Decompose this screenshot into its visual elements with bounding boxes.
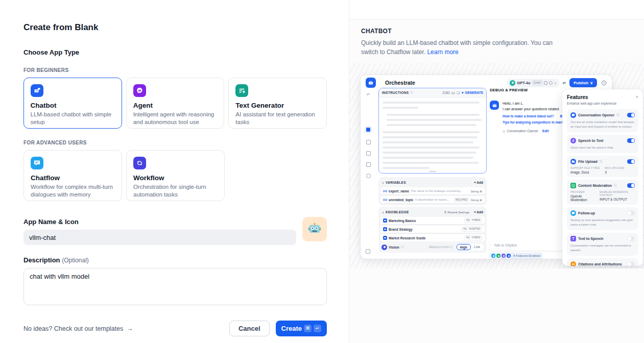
create-from-blank-pane: Create from Blank Choose App Type FOR BE… (0, 0, 349, 343)
templates-link[interactable]: No ideas? Check out our templates → (23, 325, 133, 332)
toggle-on (627, 138, 635, 143)
preview-publish-button: Publish∨ (569, 78, 597, 87)
resize-grip (429, 171, 436, 172)
retrieval-tag: HQ · INVERTED (462, 227, 482, 232)
opener-edit-link: Edit (542, 129, 548, 133)
card-desc: Workflow for complex multi-turn dialogue… (31, 183, 115, 199)
app-type-info-pane: CHATBOT Quickly build an LLM-based chatb… (349, 0, 644, 343)
add-knowledge-button: + Add (474, 210, 483, 214)
feature-speech-to-text: Speech to Text Voice input can be used i… (567, 135, 638, 153)
card-desc: Intelligent agent with reasoning and aut… (133, 111, 218, 126)
variables-title: VARIABLES (386, 181, 406, 184)
variables-icon: {x} (451, 91, 455, 94)
moderation-chip-icon (496, 254, 500, 258)
toggle-off (627, 236, 635, 241)
description-textarea[interactable]: chat with vllm model (23, 268, 327, 305)
chatbot-icon (31, 84, 43, 97)
toggle-on (627, 183, 635, 188)
copy-icon: ❏ (457, 91, 460, 95)
preview-instructions-panel: INSTRUCTIONS ⓘ 2182 {x} ❏ ✦ GENERATE (378, 88, 487, 174)
card-desc: LLM-based chatbot with simple setup (31, 111, 115, 126)
info-icon: ⓘ (410, 91, 413, 94)
description-label: Description (Optional) (23, 256, 327, 264)
toggle-off (627, 262, 635, 266)
app-name-section: App Name & Icon (23, 218, 327, 245)
app-type-card-chatflow[interactable]: Chatflow Workflow for complex multi-turn… (23, 150, 122, 201)
app-icon-picker[interactable] (302, 217, 327, 241)
app-type-card-text-generator[interactable]: Text Generator AI assistant for text gen… (228, 78, 327, 129)
app-type-card-agent[interactable]: Agent Intelligent agent with reasoning a… (126, 78, 225, 129)
create-button[interactable]: Create⌘↵ (276, 321, 327, 336)
variable-icon: {x} (383, 189, 387, 192)
collapse-caret-icon: ∨ (382, 181, 384, 184)
chatflow-icon (31, 157, 43, 169)
char-count: 2182 (442, 91, 449, 94)
sidebar-image-icon (366, 140, 371, 144)
follow-up-icon (570, 210, 576, 216)
card-title: Agent (133, 102, 218, 109)
card-desc: AI assistant for text generation tasks (235, 111, 320, 126)
for-advanced-users-label: FOR ADVANCED USERS (23, 140, 327, 145)
retrieval-tag: HQ · HYBRID (464, 235, 482, 240)
rerank-settings-button: ⇅ Rerank Settings (444, 210, 469, 214)
info-icon: ⓘ (616, 113, 619, 117)
chevron-down-icon: ∨ (554, 81, 556, 85)
text-to-speech-icon (570, 236, 576, 241)
card-title: Text Generator (235, 102, 320, 109)
sidebar-note-icon (366, 162, 371, 167)
variable-row: {x} expert_name The name of the strategi… (380, 187, 485, 194)
knowledge-doc-icon (383, 227, 387, 231)
app-name-input[interactable] (23, 230, 296, 245)
toggle-on (627, 113, 635, 117)
card-title: Workflow (133, 174, 218, 182)
opener-chip-icon (491, 254, 495, 258)
agent-icon (133, 84, 146, 97)
model-mode-tag: CHAT (532, 80, 543, 85)
card-desc: Orchestration for single-turn automation… (133, 183, 218, 199)
feature-text-to-speech: Text to Speech Conversation messages can… (567, 233, 638, 256)
text-generator-icon (235, 84, 248, 97)
chatbot-info: CHATBOT Quickly build an LLM-based chatb… (349, 19, 644, 57)
optional-hint: (Optional) (62, 257, 89, 264)
features-title: Features (567, 94, 588, 100)
sidebar-orchestrate-icon (365, 126, 372, 133)
feature-follow-up: Follow-up Setting up next questions sugg… (567, 207, 638, 230)
file-upload-icon (570, 159, 576, 164)
knowledge-doc-icon (383, 218, 387, 223)
app-type-card-chatbot[interactable]: Chatbot LLM-based chatbot with simple se… (23, 78, 122, 129)
collapse-caret-icon: ∨ (382, 211, 384, 214)
bot-avatar (490, 101, 499, 110)
generate-button: ✦ GENERATE (461, 91, 483, 95)
debug-title: DEBUG & PREVIEW (490, 88, 575, 92)
retrieval-tag: HQ · HYBRID (464, 218, 482, 223)
arrow-right-icon: → (127, 325, 133, 332)
swap-icon: ⇄ (563, 81, 566, 85)
app-type-card-workflow[interactable]: Workflow Orchestration for single-turn a… (126, 150, 225, 201)
speech-chip-icon (502, 254, 506, 258)
variable-row: {x} unrelated_topic A placeholder for to… (380, 196, 485, 203)
preview-variables-panel: ∨ VARIABLES + Add {x} expert_name The na… (378, 177, 487, 205)
chatbot-description: Quickly build an LLM-based chatbot with … (361, 38, 554, 57)
info-icon: ⓘ (401, 246, 404, 249)
chatbot-preview-illustration: Orchestrate GPT-4o CHAT ∨ ⇄ Publish∨ (349, 63, 644, 268)
knowledge-row: Market Research Guide HQ · HYBRID (380, 234, 485, 241)
knowledge-title: KNOWLEDGE (386, 210, 409, 214)
preview-knowledge-panel: ∨ KNOWLEDGE ⇅ Rerank Settings + Add Mark… (378, 207, 487, 243)
knowledge-row: Marketing Basics HQ · HYBRID (380, 217, 485, 224)
citations-icon (570, 261, 576, 266)
cancel-button[interactable]: Cancel (229, 321, 270, 336)
suggestion-link: How to make a brand stand out? (503, 114, 554, 118)
add-variable-button: + Add (474, 181, 483, 184)
learn-more-link[interactable]: Learn more (427, 48, 458, 56)
card-title: Chatflow (31, 174, 115, 182)
history-clock-icon (601, 80, 607, 86)
right-header-strip (349, 0, 644, 19)
choose-app-type-label: Choose App Type (23, 48, 327, 56)
app-name-label: App Name & Icon (23, 218, 327, 226)
beginner-cards-row: Chatbot LLM-based chatbot with simple se… (23, 78, 327, 129)
sidebar-document-icon (366, 151, 371, 156)
conversation-opener-icon (570, 112, 576, 118)
toggle-off (627, 211, 635, 215)
preview-features-panel: Features × Enhance web-app user experien… (562, 89, 643, 266)
upload-chip-icon (507, 254, 511, 258)
